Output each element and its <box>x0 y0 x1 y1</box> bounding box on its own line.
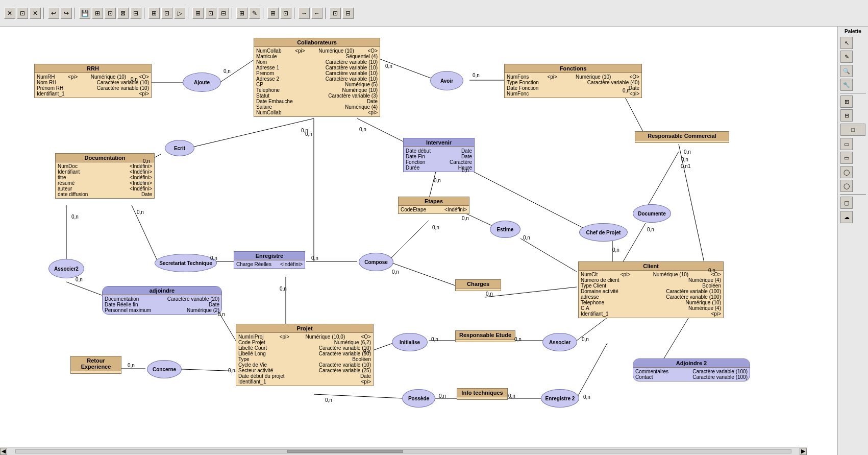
palette-rect4[interactable]: ▭ <box>840 152 853 164</box>
palette-ellipse2[interactable]: ◯ <box>840 180 853 192</box>
palette-rect1[interactable]: ⊞ <box>840 95 853 108</box>
scroll-thumb[interactable] <box>287 450 404 453</box>
relation-possede[interactable]: Possède <box>402 389 435 408</box>
entity-rrh-header: RRH <box>35 64 151 73</box>
card-adj-proj: 0,n <box>218 312 225 317</box>
toolbar-btn-11[interactable]: ⊡ <box>161 8 172 19</box>
toolbar-btn-10[interactable]: ⊞ <box>148 8 160 19</box>
relation-ajoute[interactable]: Ajoute <box>183 73 221 92</box>
entity-charges[interactable]: Charges <box>455 279 501 291</box>
palette-rect2[interactable]: ⊟ <box>840 109 853 122</box>
entity-projet-body: NumIniProj<pi>Numérique (10,0)<O> Code P… <box>236 333 373 386</box>
relation-enregistre-box[interactable]: Enregistre Charge Réelles<Indéfini> <box>234 251 305 269</box>
toolbar-btn-17[interactable]: ✎ <box>249 8 260 19</box>
card-resp-assoc: 0,n <box>514 337 522 342</box>
assoc-adjoindre2[interactable]: Adjoindre 2 CommentairesCaractère variab… <box>633 358 750 381</box>
palette-rounded[interactable]: ▢ <box>840 197 853 209</box>
entity-collaborateurs[interactable]: Collaborateurs NumCollab<pi>Numérique (1… <box>254 38 380 117</box>
entity-resp-etude-header: Responsable Etude <box>456 331 515 340</box>
entity-projet[interactable]: Projet NumIniProj<pi>Numérique (10,0)<O>… <box>236 324 374 386</box>
relation-secretariat[interactable]: Secretariat Technique <box>155 254 217 272</box>
toolbar-btn-23[interactable]: ⊟ <box>342 8 354 19</box>
toolbar-btn-8[interactable]: ⊠ <box>117 8 129 19</box>
svg-line-17 <box>388 221 429 261</box>
enregistre-body: Charge Réelles<Indéfini> <box>234 260 305 268</box>
toolbar-btn-20[interactable]: → <box>299 8 310 19</box>
toolbar-btn-21[interactable]: ← <box>311 8 323 19</box>
palette-tool[interactable]: 🔧 <box>840 79 853 91</box>
toolbar-undo[interactable]: ↩ <box>48 8 59 19</box>
entity-doc-body: NumDoc<Indéfini> Identifiant<Indéfini> t… <box>56 162 154 198</box>
relation-avoir[interactable]: Avoir <box>430 71 463 90</box>
entity-documentation[interactable]: Documentation NumDoc<Indéfini> Identifia… <box>55 153 155 199</box>
card-avoir-fonc: 0,n <box>473 73 480 78</box>
horizontal-scrollbar[interactable]: ◀ ▶ <box>0 447 807 455</box>
scroll-right-btn[interactable]: ▶ <box>800 448 807 455</box>
toolbar-btn-22[interactable]: ⊡ <box>330 8 341 19</box>
card-doc-sec: 0,n <box>137 209 144 215</box>
entity-retour-exp[interactable]: Retour Experience <box>70 356 121 374</box>
toolbar-btn-3[interactable]: ✕ <box>30 8 41 19</box>
palette-cursor[interactable]: ↖ <box>840 37 853 49</box>
entity-etapes[interactable]: Etapes CodeEtape<Indéfini> <box>398 197 469 214</box>
palette-cloud[interactable]: ☁ <box>840 211 853 223</box>
toolbar-btn-1[interactable]: ✕ <box>4 8 15 19</box>
card-assoc2-adj: 0,n <box>76 277 83 282</box>
card-etapes-estime: 0,n <box>462 215 469 221</box>
entity-doc-header: Documentation <box>56 154 154 162</box>
svg-line-8 <box>429 170 436 200</box>
card-estime-client: 0,n <box>523 235 530 241</box>
toolbar-btn-6[interactable]: ⊞ <box>92 8 103 19</box>
toolbar-btn-16[interactable]: ⊞ <box>236 8 247 19</box>
entity-fonctions[interactable]: Fonctions NumFons<pi>Numérique (10)<O> T… <box>504 64 642 98</box>
entity-info-tech-body <box>457 397 507 399</box>
card-resp-comm-client: 0,n <box>684 149 691 155</box>
canvas[interactable]: RRH NumRH<pi>Numérique (10)<O> Nom RHCar… <box>0 27 837 455</box>
card-init-resp: 0,n <box>431 337 438 342</box>
relation-estime[interactable]: Estime <box>490 221 520 238</box>
toolbar-btn-18[interactable]: ⊞ <box>267 8 279 19</box>
entity-info-tech-header: Info techniques <box>457 389 507 397</box>
entity-etapes-body: CodeEtape<Indéfini> <box>399 206 469 213</box>
relation-ecrit[interactable]: Ecrit <box>165 140 194 156</box>
relation-initialise[interactable]: Initialise <box>392 333 428 351</box>
toolbar-btn-12[interactable]: ▷ <box>174 8 185 19</box>
palette-row-3: ⊞ ⊟ <box>840 95 866 122</box>
palette-row-1: ↖ ✎ <box>840 36 866 63</box>
entity-resp-etude[interactable]: Responsable Etude <box>455 330 515 342</box>
toolbar-btn-15[interactable]: ⊟ <box>218 8 229 19</box>
entity-client[interactable]: Client NumClt<pi>Numérique (10)<O> Numer… <box>578 261 724 318</box>
relation-associer2[interactable]: Associer2 <box>48 259 84 278</box>
relation-concerne[interactable]: Concerne <box>147 360 182 378</box>
relation-intervenir-box[interactable]: Intervenir Date débutDate Date FinDate F… <box>403 138 475 172</box>
palette-rect3[interactable]: ▭ <box>840 138 853 150</box>
card-proj-conc: 0,n <box>228 368 235 373</box>
palette-sep2 <box>840 194 866 195</box>
svg-line-19 <box>520 238 577 272</box>
card-comp-charges: 0,n <box>392 269 399 275</box>
toolbar-save[interactable]: 💾 <box>79 8 90 19</box>
toolbar-btn-9[interactable]: ⊟ <box>130 8 141 19</box>
toolbar-redo[interactable]: ↪ <box>61 8 72 19</box>
palette-ellipse1[interactable]: ◯ <box>840 166 853 178</box>
relation-associer[interactable]: Associer <box>542 333 577 351</box>
toolbar-btn-2[interactable]: ⊡ <box>17 8 28 19</box>
relation-chef-projet[interactable]: Chef de Projet <box>579 223 628 242</box>
palette-entity[interactable]: □ <box>840 124 865 136</box>
palette-zoom[interactable]: 🔍 <box>840 65 853 77</box>
palette-edit[interactable]: ✎ <box>840 51 853 63</box>
relation-compose[interactable]: Compose <box>359 253 393 271</box>
relation-enregistre2[interactable]: Enregistre 2 <box>541 389 579 408</box>
relation-documente[interactable]: Documente <box>633 204 671 223</box>
enregistre-header: Enregistre <box>234 252 305 260</box>
svg-line-2 <box>375 57 436 80</box>
entity-info-techniques[interactable]: Info techniques <box>457 388 508 400</box>
toolbar-btn-7[interactable]: ⊡ <box>105 8 116 19</box>
entity-resp-commercial[interactable]: Responsable Commercial <box>635 131 729 143</box>
toolbar-btn-13[interactable]: ⊞ <box>192 8 204 19</box>
toolbar-btn-14[interactable]: ⊡ <box>205 8 216 19</box>
assoc-adjoindre[interactable]: adjoindre DocumentationCaractère variabl… <box>102 286 222 315</box>
toolbar-btn-19[interactable]: ⊡ <box>280 8 291 19</box>
scroll-left-btn[interactable]: ◀ <box>0 448 7 455</box>
card-interv-chef: 0,n <box>462 167 469 173</box>
